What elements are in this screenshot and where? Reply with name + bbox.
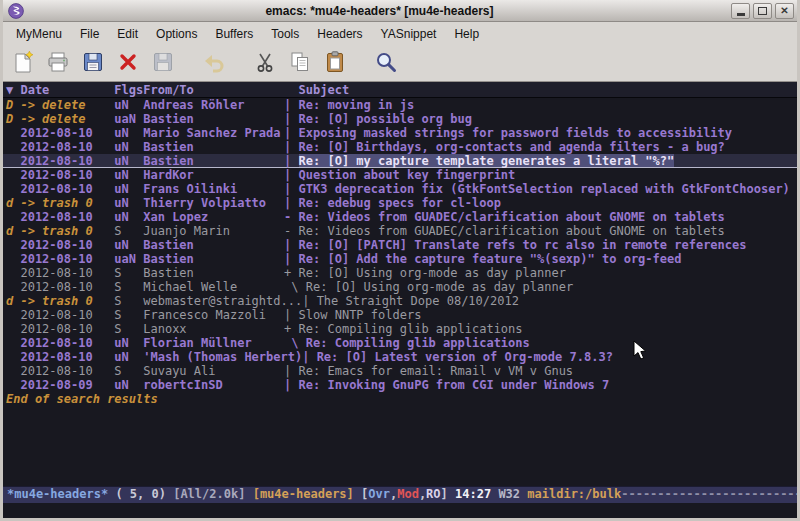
new-file-icon — [11, 50, 35, 77]
menu-item-headers[interactable]: Headers — [308, 24, 371, 44]
menu-item-mymenu[interactable]: MyMenu — [7, 24, 71, 44]
copy-icon — [288, 50, 312, 77]
message-from: Lanoxx — [143, 322, 284, 336]
new-file-button[interactable] — [7, 48, 39, 78]
message-subject: Re: [O] [PATCH] Translate refs to rc als… — [299, 238, 747, 252]
message-row-current[interactable]: 2012-08-10uNBastien| Re: [O] my capture … — [3, 154, 797, 168]
message-from: HardKor — [143, 168, 284, 182]
message-mark — [6, 154, 20, 167]
echo-area[interactable] — [3, 503, 797, 518]
modeline-readonly-indicator: RO — [426, 487, 440, 501]
message-date: 2012-08-10 — [20, 322, 114, 336]
column-header-flags[interactable]: Flgs — [114, 83, 143, 97]
paste-button[interactable] — [319, 48, 351, 78]
message-row[interactable]: 2012-08-10uNMario Sanchez Prada| Exposin… — [3, 126, 797, 140]
message-from: Frans Oilinki — [143, 182, 284, 196]
message-row[interactable]: 2012-08-10SSuvayu Ali| Re: Emacs for ema… — [3, 364, 797, 378]
message-flags: uN — [114, 140, 143, 154]
message-row[interactable]: 2012-08-10uNBastien| Re: [O] [PATCH] Tra… — [3, 238, 797, 252]
message-row[interactable]: 2012-08-10SMichael Welle \ Re: [O] Using… — [3, 280, 797, 294]
cut-button[interactable] — [249, 48, 281, 78]
message-row[interactable]: 2012-08-10SBastien+ Re: [O] Using org-mo… — [3, 266, 797, 280]
kill-buffer-button[interactable] — [112, 48, 144, 78]
message-flags: uaN — [114, 112, 143, 126]
save-as-icon — [151, 50, 175, 77]
message-row[interactable]: 2012-08-10SLanoxx+ Re: Compiling glib ap… — [3, 322, 797, 336]
column-header-from[interactable]: From/To — [143, 83, 284, 97]
message-row[interactable]: D-> deleteuNAndreas Röhler| Re: moving i… — [3, 98, 797, 112]
print-button[interactable] — [42, 48, 74, 78]
modeline-maildir: maildir:/bulk — [527, 487, 621, 501]
save-as-button — [147, 48, 179, 78]
message-subject: GTK3 deprecation fix (GtkFontSelection r… — [299, 182, 790, 196]
modeline-major-mode: [mu4e-headers] — [253, 487, 361, 501]
message-mark — [6, 182, 20, 196]
save-button[interactable] — [77, 48, 109, 78]
message-row[interactable]: d-> trash 0Swebmaster@straightd...| The … — [3, 294, 797, 308]
message-flags: S — [114, 364, 143, 378]
message-date: -> trash 0 — [20, 294, 114, 308]
message-row[interactable]: 2012-08-10SFrancesco Mazzoli| Slow NNTP … — [3, 308, 797, 322]
modeline-dashes: ----------------------------------------… — [621, 487, 797, 501]
menu-item-help[interactable]: Help — [445, 24, 488, 44]
menu-item-yasnippet[interactable]: YASnippet — [372, 24, 446, 44]
message-list: D-> deleteuNAndreas Röhler| Re: moving i… — [3, 98, 797, 392]
message-row[interactable]: d-> trash 0uNThierry Volpiatto| Re: edeb… — [3, 196, 797, 210]
message-row[interactable]: D-> deleteuaNBastien| Re: [O] possible o… — [3, 112, 797, 126]
message-row[interactable]: 2012-08-10uN'Mash (Thomas Herbert)| Re: … — [3, 350, 797, 364]
message-flags: S — [114, 294, 143, 308]
message-flags: uN — [114, 210, 143, 224]
message-row[interactable]: 2012-08-10uNBastien| Re: [O] Birthdays, … — [3, 140, 797, 154]
maximize-button[interactable] — [753, 3, 772, 19]
window-controls: ✕ — [731, 3, 794, 19]
menu-item-file[interactable]: File — [71, 24, 108, 44]
sort-direction-icon[interactable]: ▼ — [6, 83, 20, 97]
minimize-button[interactable] — [731, 3, 750, 19]
message-mark — [6, 140, 20, 154]
message-from: Bastien — [143, 140, 284, 154]
message-subject: Question about key fingerprint — [299, 168, 516, 182]
message-subject: Re: [O] my capture template generates a … — [299, 154, 675, 167]
thread-indicator: | — [284, 140, 298, 154]
menu-item-edit[interactable]: Edit — [108, 24, 147, 44]
close-button[interactable]: ✕ — [775, 3, 794, 19]
modeline-cursor-position: ( 5, 0) — [115, 487, 173, 501]
print-icon — [46, 50, 70, 77]
menu-item-options[interactable]: Options — [147, 24, 206, 44]
message-from: 'Mash (Thomas Herbert) — [143, 350, 302, 364]
message-row[interactable]: 2012-08-09uNrobertcInSD| Re: Invoking Gn… — [3, 378, 797, 392]
message-from: Juanjo Marin — [143, 224, 284, 238]
message-from: Xan Lopez — [143, 210, 284, 224]
message-mark — [6, 238, 20, 252]
close-icon: ✕ — [780, 6, 788, 16]
column-header-subject[interactable]: Subject — [299, 83, 350, 97]
search-button[interactable] — [370, 48, 402, 78]
message-date: 2012-08-09 — [20, 378, 114, 392]
message-date: 2012-08-10 — [20, 210, 114, 224]
modeline-modified-indicator: Mod — [397, 487, 419, 501]
message-flags: S — [114, 322, 143, 336]
thread-indicator: | — [284, 238, 298, 252]
column-header-date[interactable]: Date — [20, 83, 114, 97]
message-subject: Re: Emacs for email: Rmail v VM v Gnus — [299, 364, 574, 378]
message-row[interactable]: 2012-08-10uNFlorian Müllner \ Re: Compil… — [3, 336, 797, 350]
message-row[interactable]: 2012-08-10uNHardKor| Question about key … — [3, 168, 797, 182]
save-icon — [81, 50, 105, 77]
message-date: 2012-08-10 — [20, 126, 114, 140]
message-row[interactable]: 2012-08-10uNFrans Oilinki| GTK3 deprecat… — [3, 182, 797, 196]
mu4e-headers-buffer: ▼ Date Flgs From/To Subject D-> deleteuN… — [3, 82, 797, 486]
message-subject: Re: [O] possible org bug — [299, 112, 472, 126]
message-flags: uN — [114, 196, 143, 210]
message-subject: Exposing masked strings for password fie… — [299, 126, 732, 140]
message-subject: Re: moving in js — [299, 98, 415, 112]
message-row[interactable]: 2012-08-10uaNBastien| Re: [O] Add the ca… — [3, 252, 797, 266]
menu-item-tools[interactable]: Tools — [262, 24, 308, 44]
message-row[interactable]: d-> trash 0SJuanjo Marin- Re: Videos fro… — [3, 224, 797, 238]
message-subject: The Straight Dope 08/10/2012 — [317, 294, 519, 308]
modeline-clock: 14:27 — [455, 487, 498, 501]
message-flags: S — [114, 280, 143, 294]
message-row[interactable]: 2012-08-10uNXan Lopez- Re: Videos from G… — [3, 210, 797, 224]
copy-button[interactable] — [284, 48, 316, 78]
menu-item-buffers[interactable]: Buffers — [206, 24, 262, 44]
thread-indicator: | — [284, 112, 298, 126]
